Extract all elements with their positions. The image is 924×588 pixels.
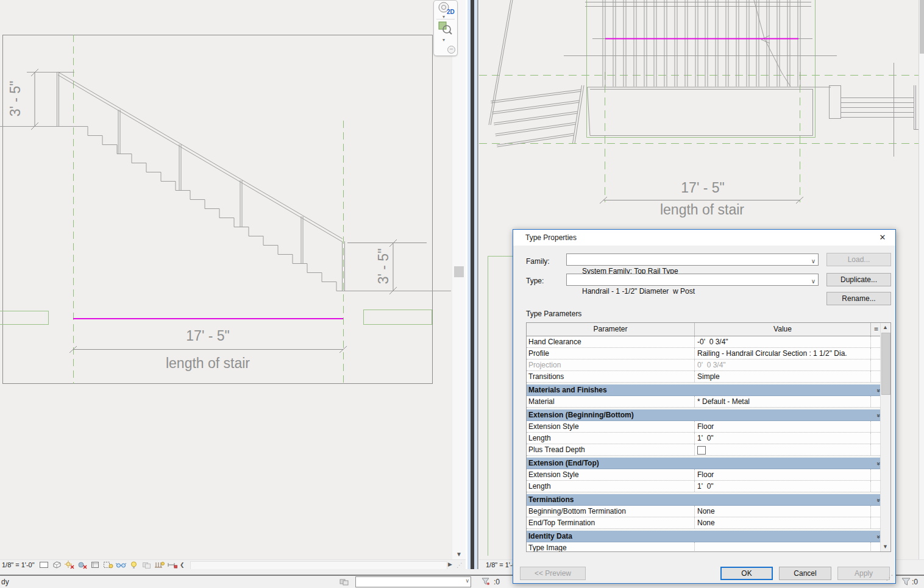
param-cell: Material [527, 396, 695, 407]
reveal-constraints-icon[interactable] [167, 561, 177, 569]
steering-wheel-2d-icon[interactable]: 2D [436, 2, 455, 15]
value-cell[interactable]: 1' 0" [695, 481, 871, 492]
shadows-icon[interactable] [77, 561, 88, 569]
viewport-divider[interactable] [466, 0, 479, 569]
dim-length-text[interactable]: 17' - 5" [186, 328, 229, 344]
type-parameters-label: Type Parameters [526, 310, 581, 318]
stair-section-drawing: 3' - 5" 3' - 5" 17' - 5" length of stair [0, 0, 452, 559]
value-cell[interactable]: None [695, 506, 871, 517]
value-cell[interactable]: 1' 0" [695, 433, 871, 444]
type-select[interactable]: Handrail - 1 -1/2" Diameter w Post ∨ [566, 274, 819, 286]
table-scrollbar-thumb[interactable] [881, 333, 890, 395]
sun-path-icon[interactable] [65, 561, 75, 569]
param-cell: Extension Style [527, 421, 695, 432]
group-header-extension-top[interactable]: Extension (End/Top)» [527, 458, 881, 469]
family-label: Family: [526, 257, 550, 266]
value-cell[interactable]: * Default - Metal [695, 396, 871, 407]
left-viewport-vscrollbar[interactable]: ▼ [452, 0, 466, 559]
vscrollbar-thumb[interactable] [454, 266, 464, 277]
value-cell[interactable]: Railing - Handrail Circular Section : 1 … [695, 348, 871, 359]
preview-button[interactable]: << Preview [520, 567, 586, 580]
value-cell[interactable]: Floor [695, 421, 871, 432]
dimension-texts: 17' - 5" length of stair [660, 180, 744, 218]
show-crop-region-icon[interactable] [103, 561, 113, 569]
param-cell: Beginning/Bottom Termination [527, 506, 695, 517]
value-cell[interactable]: None [695, 517, 871, 528]
scroll-down-arrow-icon[interactable]: ▼ [452, 550, 466, 559]
dim-height-bottom-text[interactable]: 3' - 5" [375, 249, 391, 285]
displaced-elements-icon[interactable] [154, 561, 165, 569]
table-row: Plus Tread Depth [527, 444, 881, 456]
dim-length-label-text[interactable]: length of stair [660, 202, 744, 218]
table-row: Length 1' 0" [527, 433, 881, 444]
chevron-down-icon: ∨ [465, 578, 469, 584]
table-row: Transitions Simple [527, 371, 881, 383]
selection-filter-icon[interactable] [481, 578, 491, 586]
collapse-bar-icon[interactable]: ❮ [180, 561, 185, 569]
visual-style-icon[interactable] [52, 561, 62, 569]
dimension-lines[interactable] [31, 69, 427, 353]
status-dropdown[interactable]: ∨ [355, 576, 471, 587]
value-cell: 0' 0 3/4" [695, 360, 871, 370]
reveal-hidden-elements-icon[interactable] [129, 561, 139, 569]
navigation-bar: 2D ▾ ▾ – [433, 0, 458, 56]
detail-level-icon[interactable] [39, 561, 49, 569]
family-select[interactable]: System Family: Top Rail Type ∨ [566, 253, 819, 266]
parameter-column-header[interactable]: Parameter [527, 323, 695, 336]
nav-bar-minimize-icon[interactable]: – [447, 46, 455, 54]
scroll-down-arrow-icon[interactable]: ▼ [881, 542, 890, 551]
view-scale-label[interactable]: 1/8" = 1'-0" [2, 561, 35, 569]
cancel-button[interactable]: Cancel [779, 567, 831, 580]
group-header-materials[interactable]: Materials and Finishes» [527, 384, 881, 396]
left-viewport-stair-section[interactable]: 3' - 5" 3' - 5" 17' - 5" length of stair [0, 0, 452, 559]
param-cell: Extension Style [527, 469, 695, 480]
duplicate-button[interactable]: Duplicate... [826, 273, 891, 286]
dialog-resize-grip[interactable]: ⋰ [886, 573, 893, 582]
value-column-header[interactable]: Value [695, 323, 871, 336]
type-value: Handrail - 1 -1/2" Diameter w Post [582, 287, 695, 296]
value-cell[interactable] [695, 542, 871, 552]
worksharing-display-icon[interactable] [141, 561, 152, 569]
table-row: Extension Style Floor [527, 469, 881, 481]
dim-height-top-text[interactable]: 3' - 5" [7, 81, 23, 117]
param-cell: Length [527, 433, 695, 444]
group-header-terminations[interactable]: Terminations» [527, 494, 881, 506]
dialog-title-bar[interactable]: Type Properties ✕ [513, 230, 895, 246]
left-view-control-bar: 1/8" = 1'-0" ❮ ▶ ⋰ [0, 559, 466, 570]
table-row: Projection 0' 0 3/4" [527, 360, 881, 371]
table-header-row: Parameter Value = [527, 323, 881, 336]
apply-button[interactable]: Apply [837, 567, 890, 580]
crop-view-icon[interactable] [90, 561, 101, 569]
nav-zoom-dropdown-icon[interactable]: ▾ [442, 37, 445, 43]
table-vscrollbar[interactable]: ▲ ▼ [880, 323, 890, 551]
filter-funnel-icon[interactable] [901, 578, 911, 586]
scroll-right-arrow-icon[interactable]: ▶ [448, 561, 452, 567]
zoom-region-icon[interactable] [438, 21, 453, 35]
value-cell[interactable]: -0' 0 3/4" [695, 336, 871, 347]
group-header-extension-bottom[interactable]: Extension (Beginning/Bottom)» [527, 409, 881, 421]
vscrollbar-thumb[interactable] [920, 0, 924, 54]
dim-length-label-text[interactable]: length of stair [166, 355, 250, 371]
plus-tread-depth-checkbox[interactable] [697, 446, 706, 455]
param-cell: End/Top Termination [527, 517, 695, 528]
green-level-markers[interactable] [0, 310, 432, 325]
value-cell [695, 444, 871, 455]
right-viewport-vscrollbar[interactable] [919, 0, 924, 559]
dimension-texts: 3' - 5" 3' - 5" 17' - 5" length of stair [7, 81, 391, 371]
group-header-identity-data[interactable]: Identity Data» [527, 531, 881, 542]
close-icon[interactable]: ✕ [877, 232, 888, 243]
scroll-up-arrow-icon[interactable]: ▲ [881, 323, 890, 332]
param-cell: Type Image [527, 542, 695, 552]
type-parameters-table: Parameter Value = Hand Clearance -0' 0 3… [526, 322, 891, 552]
ok-button[interactable]: OK [720, 567, 773, 580]
balusters-plan [585, 0, 811, 87]
value-cell[interactable]: Floor [695, 469, 871, 480]
param-cell: Hand Clearance [527, 336, 695, 347]
temporary-hide-isolate-icon[interactable] [116, 561, 126, 569]
load-button[interactable]: Load... [826, 253, 891, 266]
left-viewport-hscrollbar[interactable] [190, 561, 447, 570]
dim-length-text[interactable]: 17' - 5" [681, 180, 724, 196]
value-cell[interactable]: Simple [695, 371, 871, 382]
worksets-icon [339, 578, 349, 586]
rename-button[interactable]: Rename... [826, 292, 891, 305]
